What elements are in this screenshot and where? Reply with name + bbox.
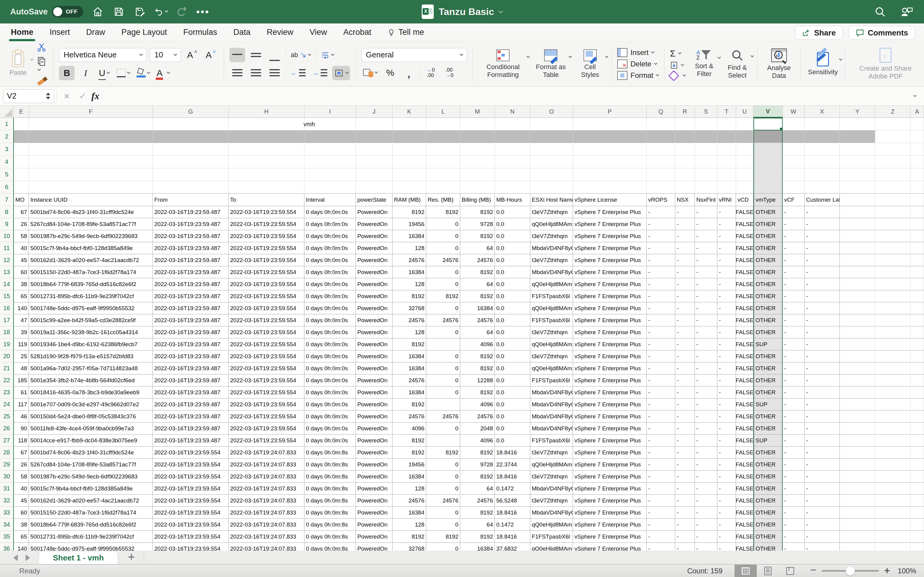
align-middle-button[interactable] xyxy=(248,48,264,62)
sheet-tab-active[interactable]: Sheet 1 - vmh xyxy=(39,551,118,564)
cell[interactable] xyxy=(573,118,647,131)
column-header-S[interactable]: S xyxy=(695,106,717,118)
cell[interactable] xyxy=(911,118,924,131)
cell[interactable]: 26 xyxy=(14,459,29,471)
cell[interactable]: 2022-03-16T19:23:59.487 xyxy=(153,206,229,218)
cell[interactable]: 64 xyxy=(460,278,495,290)
cell[interactable]: 65 xyxy=(14,531,29,543)
cell[interactable]: - xyxy=(675,495,695,507)
cell[interactable]: 0 days 0h:0m:0s xyxy=(304,266,356,278)
cell[interactable] xyxy=(29,181,153,193)
cell[interactable]: 2022-03-16T19:23:59.554 xyxy=(153,459,229,471)
cell[interactable] xyxy=(530,156,573,168)
cell[interactable]: 32768 xyxy=(393,302,426,314)
cell[interactable] xyxy=(804,168,840,181)
cell[interactable]: 2022-03-16T19:23:59.487 xyxy=(153,278,229,290)
font-name-select[interactable]: Helvetica Neue xyxy=(59,48,147,62)
cell[interactable]: 0.0 xyxy=(495,302,530,314)
cell[interactable] xyxy=(573,168,647,181)
column-header-G[interactable]: G xyxy=(153,106,229,118)
cell[interactable]: vCF xyxy=(783,193,804,206)
align-right-button[interactable] xyxy=(267,66,283,80)
cell[interactable]: 24576 xyxy=(393,495,426,507)
cell[interactable]: 2022-03-16T19:23:59.554 xyxy=(153,531,229,543)
cell[interactable]: 2022-03-16T19:23:59.554 xyxy=(229,411,304,422)
cell[interactable]: 8192 xyxy=(426,206,460,218)
cell[interactable]: 2022-03-16T19:23:59.487 xyxy=(153,387,229,398)
cell[interactable] xyxy=(717,131,736,143)
cell[interactable] xyxy=(695,156,717,168)
cell[interactable] xyxy=(911,338,924,350)
tab-insert[interactable]: Insert xyxy=(49,26,71,39)
cell[interactable]: MbdaVD4NF8yQ xyxy=(530,483,573,495)
cell[interactable]: - xyxy=(783,459,804,471)
cell[interactable]: 0 days 0h:0m:0s xyxy=(304,435,356,446)
cell[interactable]: 500150d4-5e24-dbe0-8f8f-05c53843c376 xyxy=(29,411,153,422)
row-number[interactable]: 20 xyxy=(0,350,14,363)
cell[interactable]: PoweredOn xyxy=(356,495,393,507)
cell[interactable] xyxy=(647,156,675,168)
row-number[interactable]: 24 xyxy=(0,398,14,411)
cell[interactable]: FALSE xyxy=(736,363,753,374)
cell[interactable] xyxy=(840,156,875,168)
cell[interactable] xyxy=(875,495,911,507)
cell[interactable]: 119 xyxy=(14,338,29,350)
bold-button[interactable]: B xyxy=(59,66,74,80)
cell[interactable] xyxy=(14,168,29,181)
cell[interactable]: 2022-03-16T19:23:59.554 xyxy=(229,218,304,230)
cell[interactable]: 128 xyxy=(393,326,426,338)
cell[interactable] xyxy=(229,156,304,168)
cell[interactable]: PoweredOn xyxy=(356,338,393,350)
cell[interactable] xyxy=(783,168,804,181)
cell[interactable]: - xyxy=(717,435,736,446)
cell[interactable]: From xyxy=(153,193,229,206)
cell[interactable]: - xyxy=(717,218,736,230)
cell[interactable]: 2022-03-16T19:24:07.833 xyxy=(229,531,304,543)
cell[interactable]: 24576 xyxy=(460,254,495,266)
cell[interactable] xyxy=(840,118,875,131)
cell[interactable]: t3eV7Zththqm xyxy=(530,350,573,363)
row-number[interactable]: 19 xyxy=(0,338,14,350)
cell[interactable]: 0 xyxy=(426,242,460,254)
cell[interactable] xyxy=(911,302,924,314)
cell[interactable]: 32768 xyxy=(393,543,426,551)
cell[interactable] xyxy=(840,531,875,543)
cell[interactable] xyxy=(840,471,875,483)
cell[interactable]: t3eV7Zththqm xyxy=(530,446,573,459)
cell[interactable]: 5267cd84-104e-1708-89fe-53a8571ac77f xyxy=(29,218,153,230)
cell[interactable]: PoweredOn xyxy=(356,471,393,483)
cell[interactable] xyxy=(911,422,924,435)
cell[interactable]: 0 days 0h:0m:8s xyxy=(304,471,356,483)
autosave-switch[interactable]: OFF xyxy=(52,6,83,18)
cell[interactable]: - xyxy=(695,278,717,290)
cell[interactable]: - xyxy=(783,422,804,435)
cell[interactable]: vSphere 7 Enterprise Plus xyxy=(573,459,647,471)
borders-button[interactable] xyxy=(115,66,132,80)
cell[interactable]: qQ0eHljd8MAm xyxy=(530,363,573,374)
cell[interactable]: - xyxy=(675,435,695,446)
cell[interactable]: 0.0 xyxy=(495,278,530,290)
cell[interactable]: 128 xyxy=(393,278,426,290)
cell[interactable]: - xyxy=(675,206,695,218)
cell[interactable]: - xyxy=(783,278,804,290)
cell[interactable]: - xyxy=(717,326,736,338)
cell[interactable]: - xyxy=(804,411,840,422)
cell[interactable]: 58 xyxy=(14,471,29,483)
cell[interactable]: OTHER xyxy=(753,314,783,326)
cell[interactable]: 0 xyxy=(426,363,460,374)
cell[interactable]: vSphere 7 Enterprise Plus xyxy=(573,338,647,350)
cell[interactable] xyxy=(356,118,393,131)
cell[interactable] xyxy=(647,143,675,156)
cell[interactable]: - xyxy=(717,350,736,363)
cell[interactable]: vSphere 7 Enterprise Plus xyxy=(573,206,647,218)
cell[interactable]: qQ0eHljd8MAm xyxy=(530,218,573,230)
cell[interactable]: - xyxy=(717,242,736,254)
cell[interactable]: 0 days 0h:0m:0s xyxy=(304,242,356,254)
cell[interactable] xyxy=(14,181,29,193)
name-box[interactable]: V2 xyxy=(3,89,54,103)
tab-home[interactable]: Home xyxy=(10,26,34,39)
cell[interactable]: - xyxy=(675,314,695,326)
cell[interactable] xyxy=(573,156,647,168)
cell[interactable]: - xyxy=(675,398,695,411)
cell[interactable]: vCD xyxy=(736,193,753,206)
